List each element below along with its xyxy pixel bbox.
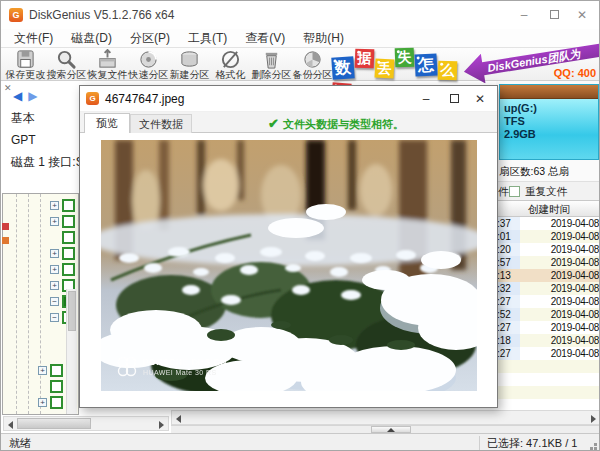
partition-box-backup-g[interactable]: up(G:) TFS 2.9GB [499, 84, 599, 160]
sidebar-item[interactable]: 磁盘 1 接口:S [1, 151, 79, 173]
sidebar-panel: ✕ ◀▶ 基本GPT磁盘 1 接口:S [1, 81, 79, 193]
toolbar-quick-partition-button[interactable]: 快速分区 [128, 49, 169, 80]
partition-filesystem: TFS [504, 115, 598, 128]
tree-checkbox[interactable] [62, 231, 75, 244]
tree-node: + [25, 394, 63, 410]
scroll-left-arrow[interactable] [8, 421, 13, 429]
status-ready-text: 就绪 [9, 434, 31, 451]
nav-forward-icon[interactable]: ▶ [28, 89, 37, 103]
tree-checkbox[interactable] [62, 263, 75, 276]
file-row[interactable]: :27 2019-04-08 [496, 295, 600, 308]
file-row[interactable]: :01 2019-04-08 [496, 230, 600, 243]
file-row[interactable]: :20 2019-04-08 [496, 243, 600, 256]
toolbar-format-button[interactable]: 格式化 [210, 49, 251, 80]
file-row[interactable]: :37 2019-04-08 [496, 217, 600, 230]
menu-item[interactable]: 帮助(H) [294, 29, 353, 48]
file-row[interactable]: :52 2019-04-08 [496, 308, 600, 321]
scroll-left-arrow[interactable] [176, 415, 181, 423]
dialog-title: 46747647.jpeg [105, 92, 184, 106]
scroll-right-arrow[interactable] [159, 421, 164, 429]
partition-tree-panel: + + + + + − − + [2, 193, 79, 415]
maximize-button[interactable] [539, 5, 569, 25]
ad-banner-data-loss[interactable]: 数据丢失怎么办! [332, 48, 468, 81]
dock-pin-icon[interactable] [2, 223, 9, 230]
tree-expander-icon[interactable]: + [38, 366, 47, 375]
file-row[interactable]: :57 2019-04-08 [496, 256, 600, 269]
scrollbar-thumb[interactable] [17, 418, 91, 429]
toolbar-button-label: 搜索分区 [46, 68, 87, 82]
toolbar-button-label: 删除分区 [251, 68, 292, 82]
menu-item[interactable]: 工具(T) [179, 29, 236, 48]
sidebar-item[interactable]: GPT [1, 129, 79, 151]
file-date-cell: 2019-04-08 [520, 243, 600, 256]
tree-checkbox[interactable] [62, 199, 75, 212]
tab-file-data[interactable]: 文件数据 [130, 114, 192, 133]
tree-checkbox[interactable] [50, 396, 63, 409]
dock-pin-icon[interactable] [2, 237, 9, 244]
dialog-titlebar[interactable]: G 46747647.jpeg – ✕ [80, 86, 497, 112]
toolbar-backup-partition-button[interactable]: 备份分区 [292, 49, 333, 80]
tree-checkbox[interactable] [50, 364, 63, 377]
menu-item[interactable]: 磁盘(D) [62, 29, 121, 48]
tree-expander-icon[interactable]: + [38, 398, 47, 407]
toolbar-new-partition-button[interactable]: 新建分区 [169, 49, 210, 80]
tree-checkbox[interactable] [62, 247, 75, 260]
scroll-right-arrow[interactable] [591, 415, 596, 423]
tree-expander-icon[interactable]: + [50, 281, 59, 290]
save-icon [14, 49, 37, 70]
menu-item[interactable]: 查看(V) [236, 29, 294, 48]
scrollbar-thumb[interactable] [68, 291, 76, 331]
window-title: DiskGenius V5.1.2.766 x64 [29, 8, 174, 22]
file-row[interactable]: :18 2019-04-08 [496, 334, 600, 347]
status-separator [479, 436, 480, 450]
dialog-minimize-button[interactable]: – [413, 89, 439, 109]
tree-checkbox[interactable] [62, 215, 75, 228]
panel-collapse-button[interactable] [371, 426, 411, 433]
tree-expander-icon[interactable]: − [50, 297, 59, 306]
minimize-button[interactable]: – [509, 5, 539, 25]
tab-preview[interactable]: 预览 [84, 113, 130, 133]
nav-back-icon[interactable]: ◀ [13, 89, 22, 103]
menu-item[interactable]: 分区(P) [121, 29, 179, 48]
tree-checkbox[interactable] [50, 380, 63, 393]
toolbar-recover-files-button[interactable]: 恢复文件 [87, 49, 128, 80]
toolbar-search-partition-button[interactable]: 搜索分区 [46, 49, 87, 80]
dialog-content: PORSCHE DESIGN HUAWEI Mate 30 RS [80, 133, 497, 407]
dialog-maximize-button[interactable] [441, 89, 467, 109]
tree-guide-line [16, 194, 17, 414]
main-titlebar: G DiskGenius V5.1.2.766 x64 – ✕ [1, 1, 599, 29]
tree-expander-icon[interactable]: + [50, 217, 59, 226]
search-icon [55, 49, 78, 70]
column-header-created-time[interactable]: 创建时间 [496, 200, 600, 217]
file-row[interactable]: :27 2019-04-08 [496, 347, 600, 360]
tree-vertical-scrollbar[interactable] [66, 289, 77, 414]
tree-expander-icon[interactable]: − [50, 313, 59, 322]
toolbar-save-changes-button[interactable]: 保存更改 [5, 49, 46, 80]
close-button[interactable]: ✕ [567, 5, 597, 25]
sidebar-item[interactable]: 基本 [1, 107, 79, 129]
delete-partition-icon [260, 49, 283, 70]
file-row[interactable]: :13 2019-04-08 [496, 269, 600, 282]
new-partition-icon [178, 49, 201, 70]
menu-item[interactable]: 文件(F) [5, 29, 62, 48]
resize-grip[interactable] [594, 447, 597, 450]
file-time-cell: :20 [496, 243, 520, 256]
tree-expander-icon[interactable]: + [50, 201, 59, 210]
list-horizontal-scrollbar[interactable] [171, 410, 600, 425]
duplicate-files-checkbox[interactable] [509, 186, 520, 197]
file-row[interactable]: :27 2019-04-08 [496, 321, 600, 334]
dialog-close-button[interactable]: ✕ [467, 89, 493, 109]
file-time-cell: :52 [496, 308, 520, 321]
tree-expander-icon[interactable]: + [50, 265, 59, 274]
dialog-maximize-icon [450, 94, 459, 103]
panel-collapse-bar [171, 425, 600, 433]
app-icon: G [9, 8, 23, 22]
tree-expander-icon[interactable]: + [50, 249, 59, 258]
sidebar-close-icon[interactable]: ✕ [4, 83, 12, 93]
empty-row [496, 360, 600, 373]
file-row[interactable]: :32 2019-04-08 [496, 282, 600, 295]
tree-horizontal-scrollbar[interactable] [3, 416, 169, 431]
file-list-panel: up(G:) TFS 2.9GB 扇区数:63 总扇 件 重复文件 创建时间 :… [496, 81, 600, 433]
dialog-app-icon: G [86, 92, 99, 105]
toolbar-delete-partition-button[interactable]: 删除分区 [251, 49, 292, 80]
